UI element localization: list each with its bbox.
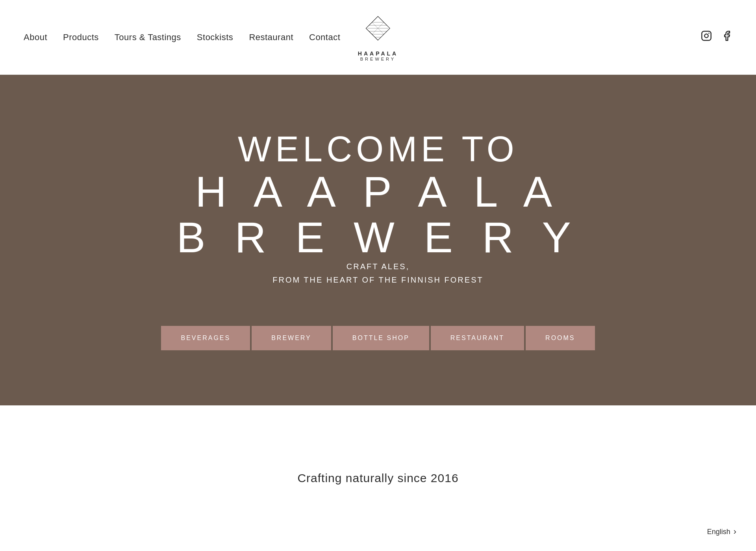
- brewery-button[interactable]: BREWERY: [252, 326, 331, 350]
- nav-stockists[interactable]: Stockists: [197, 32, 233, 43]
- logo-name: HAAPALA BREWERY: [358, 50, 398, 61]
- right-navigation: [701, 30, 732, 44]
- site-logo[interactable]: HAAPALA BREWERY: [358, 13, 398, 61]
- svg-line-23: [378, 16, 381, 19]
- svg-line-22: [375, 16, 378, 19]
- nav-restaurant[interactable]: Restaurant: [249, 32, 293, 43]
- cta-buttons-row: BEVERAGES BREWERY BOTTLE SHOP RESTAURANT…: [160, 326, 595, 350]
- facebook-icon[interactable]: [721, 30, 732, 44]
- svg-line-25: [378, 37, 381, 40]
- nav-tours-tastings[interactable]: Tours & Tastings: [115, 32, 181, 43]
- nav-contact[interactable]: Contact: [309, 32, 340, 43]
- crafting-tagline: Crafting naturally since 2016: [297, 471, 458, 485]
- hero-brewery-name: H A A P A L A B R E W E R Y: [176, 169, 580, 260]
- nav-products[interactable]: Products: [63, 32, 99, 43]
- beverages-button[interactable]: BEVERAGES: [161, 326, 250, 350]
- svg-line-24: [375, 37, 378, 40]
- hero-section: WELCOME TO H A A P A L A B R E W E R Y C…: [0, 75, 756, 405]
- language-label: English: [707, 528, 730, 536]
- hero-welcome-line: WELCOME TO: [238, 130, 518, 169]
- restaurant-button[interactable]: RESTAURANT: [431, 326, 524, 350]
- svg-point-28: [708, 33, 710, 34]
- svg-rect-26: [702, 31, 711, 40]
- site-header: About Products Tours & Tastings Stockist…: [0, 0, 756, 75]
- hero-subtitle: CRAFT ALES, FROM THE HEART OF THE FINNIS…: [272, 260, 483, 287]
- nav-about[interactable]: About: [24, 32, 47, 43]
- svg-line-16: [369, 31, 372, 34]
- rooms-button[interactable]: ROOMS: [526, 326, 595, 350]
- left-navigation: About Products Tours & Tastings Stockist…: [24, 32, 340, 43]
- svg-point-27: [704, 34, 708, 37]
- crafting-section: Crafting naturally since 2016: [0, 405, 756, 551]
- logo-diamond-icon: [362, 13, 394, 49]
- language-switcher[interactable]: English ›: [703, 524, 740, 539]
- bottle-shop-button[interactable]: BOTTLE SHOP: [333, 326, 429, 350]
- svg-line-15: [384, 22, 387, 25]
- svg-line-17: [384, 31, 387, 34]
- chevron-right-icon: ›: [734, 527, 736, 537]
- instagram-icon[interactable]: [701, 30, 712, 44]
